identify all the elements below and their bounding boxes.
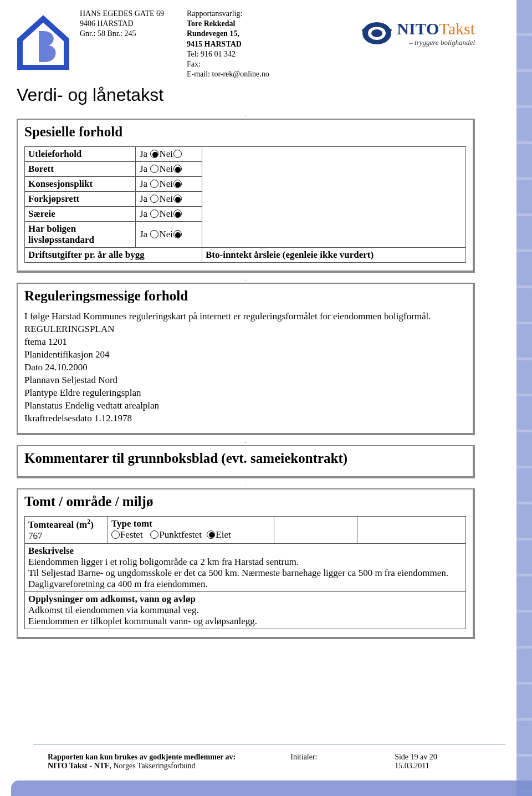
separator-dot: . <box>17 277 475 283</box>
radio-punkt-icon <box>150 530 158 539</box>
svg-point-3 <box>371 29 382 37</box>
radio-festet-icon <box>111 530 120 539</box>
radio-konsesjon: Ja Nei <box>136 177 202 192</box>
label-saereie: Særeie <box>25 207 136 222</box>
label-drift: Driftsutgifter pr. år alle bygg <box>25 248 202 263</box>
section-kommentarer: Kommentarer til grunnboksblad (evt. same… <box>17 445 475 478</box>
tomt-areal-cell: Tomteareal (m2) 767 <box>25 516 108 544</box>
radio-ja-icon <box>150 165 158 173</box>
reg-l7: Planstatus Endelig vedtatt arealplan <box>24 400 466 412</box>
nito-brand-sub: Takst <box>439 19 475 38</box>
reg-l5: Plannavn Seljestad Nord <box>24 374 466 387</box>
oppl-1: Adkomst til eiendommen via kommunal veg. <box>28 605 199 615</box>
tomt-type-cell: Type tomt Festet Punktfestet Eiet <box>108 516 274 544</box>
address-street: HANS EGEDES GATE 69 <box>80 9 177 19</box>
nito-logo-icon <box>361 18 392 49</box>
section-tomt: Tomt / område / miljø Tomteareal (m2) 76… <box>17 488 475 640</box>
address-gnr-bnr: Gnr.: 58 Bnr.: 245 <box>80 29 177 39</box>
reg-l3: Planidentifikasjon 204 <box>24 349 466 361</box>
radio-forkjop: Ja Nei <box>136 192 202 207</box>
row-utleieforhold: Utleieforhold Ja Nei <box>25 147 466 162</box>
tomt-areal-val: 767 <box>28 530 43 541</box>
radio-nei-icon <box>173 150 182 158</box>
section-spesielle-forhold: Spesielle forhold Utleieforhold Ja Nei B… <box>17 119 475 273</box>
reg-l8: Ikraftredelsesdato 1.12.1978 <box>24 412 466 425</box>
footer-mid: Initialer: <box>290 753 395 771</box>
radio-nei-icon <box>173 195 182 203</box>
radio-eiet-icon <box>207 530 215 539</box>
radio-nei-icon <box>173 210 182 218</box>
radio-ja-icon <box>150 210 158 218</box>
page-border-right <box>516 0 532 796</box>
beskrivelse-label: Beskrivelse <box>28 545 74 556</box>
responsible-block: Rapportansvarlig: Tore Rekkedal Rundeveg… <box>187 9 287 79</box>
section-regulering: Reguleringsmessige forhold I følge Harst… <box>17 283 475 435</box>
responsible-addr2: 9415 HARSTAD <box>187 39 287 49</box>
label-forkjop: Forkjøpsrett <box>25 192 136 207</box>
page-border-bottom <box>11 780 532 796</box>
regulering-body: I følge Harstad Kommunes reguleringskart… <box>24 310 466 425</box>
responsible-addr1: Rundevegen 15, <box>187 29 287 39</box>
nito-brand-main: NITO <box>397 19 439 38</box>
label-livslop: Har boligen livsløpsstandard <box>25 222 136 248</box>
reg-l1: REGULERINGSPLAN <box>24 323 466 336</box>
radio-utleie: Ja Nei <box>136 147 202 162</box>
label-borett: Borett <box>25 162 136 177</box>
spesielle-table: Utleieforhold Ja Nei Borett Ja Nei Konse… <box>24 146 466 263</box>
footer-left2r: , Norges Takseringsforbund <box>109 762 195 770</box>
tomt-empty1 <box>274 516 357 544</box>
footer-date: 15.03.2011 <box>395 762 429 770</box>
address-postal: 9406 HARSTAD <box>80 19 177 29</box>
radio-ja-icon <box>150 230 158 238</box>
responsible-tel: Tel: 916 01 342 <box>187 49 287 59</box>
tomt-table: Tomteareal (m2) 767 Type tomt Festet Pun… <box>24 516 466 630</box>
nito-logo-block: NITOTakst – tryggere bolighandel <box>361 18 475 49</box>
tomt-oppl-cell: Opplysninger om adkomst, vann og avløp A… <box>25 592 466 629</box>
radio-ja-icon <box>150 195 158 203</box>
nito-tagline: – tryggere bolighandel <box>397 38 475 47</box>
footer-page: Side 19 av 20 <box>395 753 437 761</box>
beskrivelse-1: Eiendommen ligger i et rolig boligområde… <box>28 557 299 567</box>
page-title: Verdi- og lånetakst <box>17 85 475 105</box>
footer-border <box>33 744 505 745</box>
tomt-beskrivelse-cell: Beskrivelse Eiendommen ligger i et rolig… <box>25 544 466 592</box>
radio-nei-icon <box>173 180 182 188</box>
spesielle-title: Spesielle forhold <box>24 124 466 140</box>
responsible-email: E-mail: tor-rek@online.no <box>187 69 287 79</box>
radio-livslop: Ja Nei <box>136 222 202 248</box>
reg-l4: Dato 24.10.2000 <box>24 361 466 374</box>
footer-left: Rapporten kan kun brukes av godkjente me… <box>48 753 290 771</box>
header-row: HANS EGEDES GATE 69 9406 HARSTAD Gnr.: 5… <box>17 9 475 79</box>
row-drift: Driftsutgifter pr. år alle bygg Bto-innt… <box>25 248 466 263</box>
regulering-title: Reguleringsmessige forhold <box>24 288 466 304</box>
radio-nei-icon <box>173 165 182 173</box>
responsible-name: Tore Rekkedal <box>187 19 287 29</box>
separator-dot: . <box>17 440 475 445</box>
oppl-2: Eiendommen er tilkoplet kommunalt vann- … <box>28 616 257 626</box>
property-address: HANS EGEDES GATE 69 9406 HARSTAD Gnr.: 5… <box>80 9 177 39</box>
ab-logo <box>17 9 70 72</box>
tomt-type-label: Type tomt <box>111 518 152 529</box>
footer-right: Side 19 av 20 15.03.2011 <box>395 753 499 771</box>
value-drift: Bto-inntekt årsleie (egenleie ikke vurde… <box>202 248 466 263</box>
responsible-fax: Fax: <box>187 59 287 69</box>
footer: Rapporten kan kun brukes av godkjente me… <box>48 753 499 771</box>
radio-ja-icon <box>150 180 158 188</box>
kommentar-title: Kommentarer til grunnboksblad (evt. same… <box>24 451 466 466</box>
reg-p1: I følge Harstad Kommunes reguleringskart… <box>24 310 466 323</box>
beskrivelse-2: Til Seljestad Barne- og ungdomsskole er … <box>28 568 448 589</box>
oppl-label: Opplysninger om adkomst, vann og avløp <box>28 594 196 604</box>
separator-dot: . <box>17 113 475 119</box>
radio-saereie: Ja Nei <box>136 207 202 222</box>
separator-dot: . <box>17 483 475 488</box>
reg-l6: Plantype Eldre reguleringsplan <box>24 387 466 400</box>
footer-left1: Rapporten kan kun brukes av godkjente me… <box>48 753 236 761</box>
label-konsesjon: Konsesjonsplikt <box>25 177 136 192</box>
nito-brand: NITOTakst <box>397 19 475 38</box>
spesielle-empty-cell <box>202 147 466 248</box>
label-utleie: Utleieforhold <box>25 147 136 162</box>
radio-borett: Ja Nei <box>136 162 202 177</box>
tomt-title: Tomt / område / miljø <box>24 494 466 509</box>
radio-nei-icon <box>173 230 182 238</box>
footer-left2b: NITO Takst - NTF <box>48 762 109 770</box>
